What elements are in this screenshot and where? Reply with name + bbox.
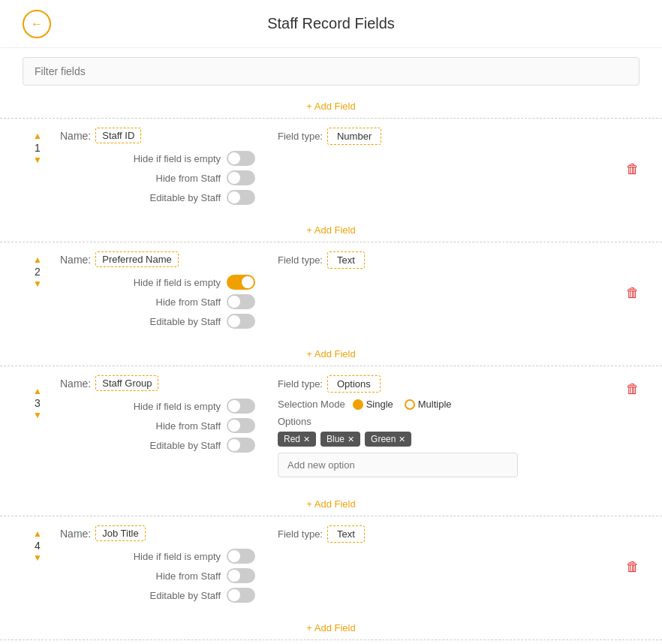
editable-label-2: Editable by Staff xyxy=(150,316,221,327)
hide-empty-toggle-4[interactable] xyxy=(227,549,255,564)
type-row-1: Field type: Number xyxy=(278,128,639,145)
add-field-top[interactable]: + Add Field xyxy=(0,95,662,118)
name-value-1: Staff ID xyxy=(95,128,141,143)
options-tags-3: Red ✕ Blue ✕ Green ✕ xyxy=(278,432,639,447)
type-label-3: Field type: xyxy=(278,378,323,390)
hide-staff-row-1: Hide from Staff xyxy=(60,170,255,185)
field-controls-3: Name: Staff Group Hide if field is empty… xyxy=(60,375,270,457)
name-label-1: Name: xyxy=(60,130,91,142)
hide-empty-toggle-2[interactable] xyxy=(227,275,255,290)
add-field-4[interactable]: + Add Field xyxy=(0,616,662,639)
editable-toggle-3[interactable] xyxy=(227,438,255,453)
hide-empty-row-4: Hide if field is empty xyxy=(60,549,255,564)
add-field-2[interactable]: + Add Field xyxy=(0,342,662,366)
editable-row-1: Editable by Staff xyxy=(60,190,255,205)
hide-staff-label-2: Hide from Staff xyxy=(156,296,221,308)
name-row-2: Name: Preferred Name xyxy=(60,251,255,267)
delete-btn-1[interactable]: 🗑 xyxy=(626,161,639,176)
selection-mode-label-3: Selection Mode xyxy=(278,399,345,410)
name-row-3: Name: Staff Group xyxy=(60,375,255,391)
editable-label-1: Editable by Staff xyxy=(150,192,221,203)
filter-bar xyxy=(0,48,662,95)
delete-btn-4[interactable]: 🗑 xyxy=(626,558,639,574)
hide-empty-label-4: Hide if field is empty xyxy=(134,551,221,562)
field-section-1: ▲ 1 ▼ Name: Staff ID Hide if field is em… xyxy=(0,118,662,218)
type-value-1: Number xyxy=(327,128,381,145)
order-num-4: 4 xyxy=(35,540,41,552)
type-row-4: Field type: Text xyxy=(278,525,639,543)
editable-row-4: Editable by Staff xyxy=(60,588,255,603)
option-tag-green: Green ✕ xyxy=(365,432,411,447)
type-label-4: Field type: xyxy=(278,528,323,540)
type-value-2: Text xyxy=(327,251,365,269)
hide-empty-label-1: Hide if field is empty xyxy=(134,153,221,164)
single-label-3: Single xyxy=(366,399,393,410)
arrow-up-1[interactable]: ▲ xyxy=(33,131,42,140)
hide-staff-row-4: Hide from Staff xyxy=(60,568,255,583)
editable-toggle-2[interactable] xyxy=(227,314,255,329)
arrow-down-3[interactable]: ▼ xyxy=(33,411,42,420)
editable-row-2: Editable by Staff xyxy=(60,314,255,329)
hide-empty-label-2: Hide if field is empty xyxy=(134,277,221,288)
option-tag-red: Red ✕ xyxy=(278,432,316,447)
arrow-up-4[interactable]: ▲ xyxy=(33,529,42,538)
delete-btn-3[interactable]: 🗑 xyxy=(626,381,639,397)
field-order-2: ▲ 2 ▼ xyxy=(23,251,53,288)
editable-toggle-1[interactable] xyxy=(227,190,255,205)
hide-empty-toggle-1[interactable] xyxy=(227,151,255,166)
field-order-3: ▲ 3 ▼ xyxy=(23,375,53,420)
single-radio-3[interactable]: Single xyxy=(353,399,393,410)
options-label-3: Options xyxy=(278,416,639,427)
arrow-down-4[interactable]: ▼ xyxy=(33,553,42,562)
field-controls-4: Name: Job Title Hide if field is empty H… xyxy=(60,525,270,607)
add-field-1[interactable]: + Add Field xyxy=(0,218,662,242)
arrow-up-3[interactable]: ▲ xyxy=(33,387,42,396)
page-title: Staff Record Fields xyxy=(267,15,395,32)
field-controls-2: Name: Preferred Name Hide if field is em… xyxy=(60,251,270,333)
add-option-input-3[interactable] xyxy=(278,453,518,477)
name-value-4: Job Title xyxy=(95,525,145,541)
hide-staff-toggle-2[interactable] xyxy=(227,294,255,309)
multiple-dot-3 xyxy=(405,399,415,410)
order-num-3: 3 xyxy=(35,397,41,409)
name-label-3: Name: xyxy=(60,378,91,390)
field-controls-1: Name: Staff ID Hide if field is empty Hi… xyxy=(60,128,270,209)
hide-empty-row-1: Hide if field is empty xyxy=(60,151,255,166)
field-section-3: ▲ 3 ▼ Name: Staff Group Hide if field is… xyxy=(0,366,662,492)
hide-empty-toggle-3[interactable] xyxy=(227,399,255,414)
field-section-4: ▲ 4 ▼ Name: Job Title Hide if field is e… xyxy=(0,516,662,616)
type-value-3: Options xyxy=(327,375,381,393)
hide-staff-toggle-4[interactable] xyxy=(227,568,255,583)
remove-green[interactable]: ✕ xyxy=(399,435,405,444)
add-field-3[interactable]: + Add Field xyxy=(0,492,662,516)
remove-blue[interactable]: ✕ xyxy=(348,435,354,444)
arrow-down-1[interactable]: ▼ xyxy=(33,155,42,164)
type-row-2: Field type: Text xyxy=(278,251,639,269)
hide-staff-row-3: Hide from Staff xyxy=(60,418,255,433)
filter-input[interactable] xyxy=(23,57,639,86)
hide-empty-label-3: Hide if field is empty xyxy=(134,401,221,412)
arrow-down-2[interactable]: ▼ xyxy=(33,279,42,288)
type-row-3: Field type: Options xyxy=(278,375,639,393)
options-section-3: Options Red ✕ Blue ✕ Green ✕ xyxy=(278,416,639,477)
multiple-label-3: Multiple xyxy=(418,399,452,410)
delete-btn-2[interactable]: 🗑 xyxy=(626,284,639,300)
field-type-area-2: Field type: Text xyxy=(270,251,639,275)
arrow-up-2[interactable]: ▲ xyxy=(33,255,42,264)
field-type-area-3: Field type: Options Selection Mode Singl… xyxy=(270,375,639,483)
field-type-area-1: Field type: Number xyxy=(270,128,639,151)
editable-toggle-4[interactable] xyxy=(227,588,255,603)
type-value-4: Text xyxy=(327,525,365,543)
hide-staff-toggle-3[interactable] xyxy=(227,418,255,433)
hide-staff-row-2: Hide from Staff xyxy=(60,294,255,309)
name-value-2: Preferred Name xyxy=(95,251,178,267)
remove-red[interactable]: ✕ xyxy=(303,435,310,444)
order-num-1: 1 xyxy=(35,142,41,154)
hide-staff-label-3: Hide from Staff xyxy=(156,420,221,432)
hide-staff-toggle-1[interactable] xyxy=(227,170,255,185)
hide-staff-label-1: Hide from Staff xyxy=(156,173,221,184)
back-button[interactable]: ← xyxy=(23,10,51,38)
multiple-radio-3[interactable]: Multiple xyxy=(405,399,452,410)
field-section-2: ▲ 2 ▼ Name: Preferred Name Hide if field… xyxy=(0,242,662,342)
name-label-2: Name: xyxy=(60,254,91,266)
